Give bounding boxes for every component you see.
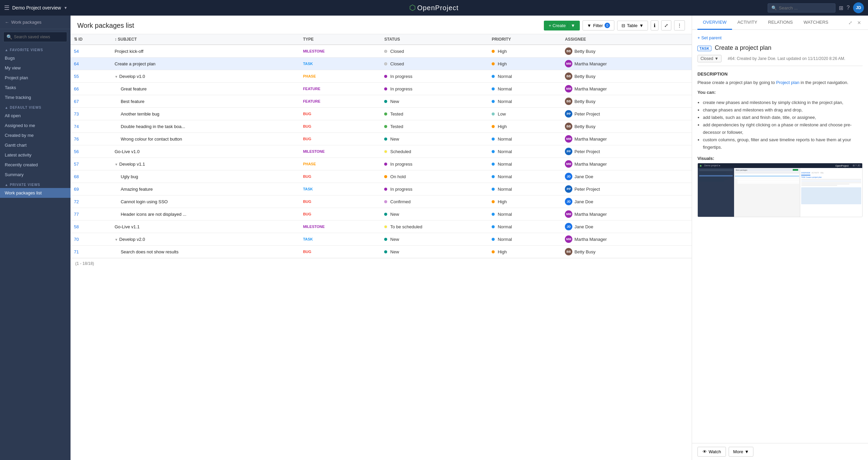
sidebar-item-label: Time tracking	[5, 95, 31, 100]
cell-type: BUG	[300, 133, 381, 145]
cell-id[interactable]: 55	[71, 70, 111, 83]
tab-relations[interactable]: RELATIONS	[763, 16, 798, 30]
table-row[interactable]: 76 Wrong colour for contact button BUG N…	[71, 133, 692, 145]
expand-icon[interactable]: ▼	[115, 238, 118, 242]
cell-id[interactable]: 57	[71, 158, 111, 170]
section-collapse-icon[interactable]: ▲	[5, 48, 8, 52]
cell-type: PHASE	[300, 70, 381, 83]
table-row[interactable]: 72 Cannot login using SSO BUG Confirmed …	[71, 195, 692, 208]
expand-panel-icon[interactable]: ⤢	[847, 17, 854, 28]
view-dropdown-icon[interactable]: ▼	[639, 23, 644, 28]
cell-id[interactable]: 71	[71, 246, 111, 258]
col-header-assignee[interactable]: ASSIGNEE	[561, 34, 692, 45]
watch-button[interactable]: 👁 Watch	[697, 447, 726, 457]
info-button[interactable]: ℹ	[651, 20, 658, 30]
view-button[interactable]: ⊟ Table ▼	[617, 21, 648, 30]
cell-id[interactable]: 77	[71, 208, 111, 221]
sidebar-item-all-open[interactable]: All open	[0, 111, 71, 121]
sidebar-item-tasks[interactable]: Tasks	[0, 83, 71, 92]
cell-id[interactable]: 58	[71, 221, 111, 233]
assignee-name: Betty Busy	[574, 49, 595, 54]
set-parent-link[interactable]: + Set parent	[697, 35, 863, 40]
sidebar-item-my-view[interactable]: My view	[0, 63, 71, 73]
status-dropdown[interactable]: Closed ▼	[697, 55, 722, 62]
table-row[interactable]: 55 ▼Develop v1.0 PHASE In progress Norma…	[71, 70, 692, 83]
close-panel-icon[interactable]: ✕	[856, 17, 863, 28]
sidebar-item-time-tracking[interactable]: Time tracking	[0, 92, 71, 102]
cell-id[interactable]: 68	[71, 170, 111, 183]
cell-id[interactable]: 73	[71, 108, 111, 120]
tab-overview[interactable]: OVERVIEW	[697, 16, 732, 30]
table-row[interactable]: 54 Project kick-off MILESTONE Closed Hig…	[71, 45, 692, 58]
cell-id[interactable]: 72	[71, 195, 111, 208]
more-options-button[interactable]: ⋮	[674, 20, 685, 30]
status-dot	[384, 188, 387, 191]
create-button[interactable]: + Create ▼	[544, 21, 580, 30]
project-dropdown-icon[interactable]: ▼	[64, 6, 67, 10]
status-text: New	[390, 99, 399, 104]
expand-icon[interactable]: ▼	[115, 75, 118, 79]
sidebar-item-summary[interactable]: Summary	[0, 170, 71, 180]
grid-icon[interactable]: ⊞	[839, 5, 843, 11]
table-row[interactable]: 68 Ugly bug BUG On hold Normal JD Jane D…	[71, 170, 692, 183]
table-row[interactable]: 70 ▼Develop v2.0 TASK New Normal MM Mart…	[71, 233, 692, 246]
filter-button[interactable]: ▼ Filter 0	[583, 20, 614, 30]
sidebar-item-assigned-to-me[interactable]: Assigned to me	[0, 121, 71, 130]
cell-id[interactable]: 56	[71, 145, 111, 158]
assignee-cell: PP Peter Project	[565, 110, 688, 118]
project-title[interactable]: Demo Project overview	[12, 5, 61, 11]
tab-activity[interactable]: ACTIVITY	[732, 16, 763, 30]
sidebar-item-bugs[interactable]: Bugs	[0, 53, 71, 63]
cell-id[interactable]: 67	[71, 95, 111, 108]
section-collapse-icon[interactable]: ▲	[5, 183, 8, 187]
col-header-status[interactable]: STATUS	[381, 34, 488, 45]
col-header-type[interactable]: TYPE	[300, 34, 381, 45]
sidebar-item-created-by-me[interactable]: Created by me	[0, 130, 71, 140]
sidebar-item-work-packages-list[interactable]: Work packages list	[0, 188, 71, 198]
section-collapse-icon[interactable]: ▲	[5, 106, 8, 109]
fullscreen-button[interactable]: ⤢	[661, 20, 671, 30]
sidebar-back[interactable]: ← Work packages	[0, 16, 71, 29]
sidebar-item-gantt-chart[interactable]: Gantt chart	[0, 140, 71, 150]
table-row[interactable]: 64 Create a project plan TASK Closed Hig…	[71, 58, 692, 70]
more-dropdown-icon: ▼	[745, 449, 749, 454]
col-header-priority[interactable]: PRIORITY	[488, 34, 561, 45]
col-header-subject[interactable]: ↕ SUBJECT	[111, 34, 300, 45]
cell-id[interactable]: 64	[71, 58, 111, 70]
help-icon[interactable]: ?	[847, 5, 850, 11]
table-row[interactable]: 74 Double heading in the task boa... BUG…	[71, 120, 692, 133]
cell-type: BUG	[300, 208, 381, 221]
sidebar-item-recently-created[interactable]: Recently created	[0, 160, 71, 170]
table-row[interactable]: 57 ▼Develop v1.1 PHASE In progress Norma…	[71, 158, 692, 170]
tab-watchers[interactable]: WATCHERS	[798, 16, 834, 30]
cell-id[interactable]: 69	[71, 183, 111, 195]
expand-icon[interactable]: ▼	[115, 163, 118, 166]
table-row[interactable]: 66 Great feature FEATURE In progress Nor…	[71, 83, 692, 95]
table-row[interactable]: 77 Header icons are not displayed ... BU…	[71, 208, 692, 221]
table-row[interactable]: 71 Search does not show results BUG New …	[71, 246, 692, 258]
table-row[interactable]: 58 Go-Live v1.1 MILESTONE To be schedule…	[71, 221, 692, 233]
cell-id[interactable]: 74	[71, 120, 111, 133]
hamburger-icon[interactable]: ☰	[4, 4, 9, 12]
status-dot	[384, 62, 387, 65]
table-row[interactable]: 67 Best feature FEATURE New Normal BB Be…	[71, 95, 692, 108]
create-dropdown-icon[interactable]: ▼	[568, 23, 575, 28]
col-header-id[interactable]: ⇅ ID	[71, 34, 111, 45]
sidebar-item-latest-activity[interactable]: Latest activity	[0, 150, 71, 160]
cell-id[interactable]: 76	[71, 133, 111, 145]
cell-id[interactable]: 70	[71, 233, 111, 246]
more-button[interactable]: More ▼	[729, 447, 753, 457]
table-row[interactable]: 73 Another terrible bug BUG Tested Low P…	[71, 108, 692, 120]
sidebar-search-box[interactable]: 🔍	[3, 32, 67, 42]
search-input[interactable]	[779, 5, 830, 11]
global-search[interactable]: 🔍	[768, 3, 835, 13]
sidebar-search-input[interactable]	[14, 35, 64, 39]
project-plan-link[interactable]: Project plan	[776, 80, 800, 85]
table-row[interactable]: 69 Amazing feature TASK In progress Norm…	[71, 183, 692, 195]
avatar[interactable]: JD	[853, 2, 864, 13]
table-row[interactable]: 56 Go-Live v1.0 MILESTONE Scheduled Norm…	[71, 145, 692, 158]
priority-text: Normal	[498, 187, 512, 192]
sidebar-item-project-plan[interactable]: Project plan	[0, 73, 71, 83]
cell-id[interactable]: 66	[71, 83, 111, 95]
cell-id[interactable]: 54	[71, 45, 111, 58]
